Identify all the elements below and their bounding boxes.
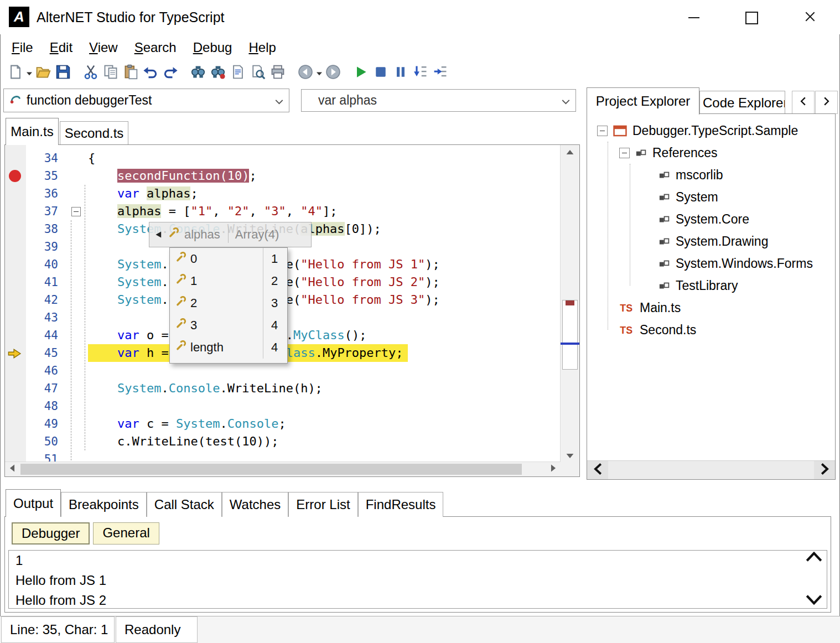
gutter-breakpoint-cell[interactable]	[5, 291, 26, 309]
panel-tab-scroll-right-button[interactable]	[815, 91, 838, 114]
pause-button[interactable]	[391, 63, 411, 83]
gutter-breakpoint-cell[interactable]	[5, 167, 26, 185]
nav-caret[interactable]	[315, 63, 323, 83]
menu-edit[interactable]: Edit	[42, 38, 81, 58]
tab-output[interactable]: Output	[6, 489, 61, 517]
panel-horizontal-scrollbar[interactable]	[587, 460, 835, 479]
find-button[interactable]	[188, 63, 208, 83]
editor-vertical-scrollbar[interactable]	[560, 145, 579, 463]
copy-button[interactable]	[101, 63, 121, 83]
tab-code-explorer[interactable]: Code Explorer	[699, 91, 785, 115]
gutter-breakpoint-cell[interactable]	[5, 326, 26, 344]
code-line[interactable]: 35 secondFunction(10);	[5, 167, 561, 185]
scroll-up-button[interactable]	[561, 145, 579, 159]
gutter-breakpoint-cell[interactable]	[5, 362, 26, 380]
output-scroll-up-button[interactable]	[806, 552, 822, 564]
watch-row[interactable]: 23	[170, 292, 287, 314]
scroll-right-button[interactable]	[546, 462, 561, 476]
undo-button[interactable]	[141, 63, 160, 83]
project-explorer-panel[interactable]: Debugger.TypeScript.SampleReferencesmsco…	[587, 113, 836, 480]
tree-item-testlibrary[interactable]: TestLibrary	[587, 274, 835, 297]
collapse-triangle-icon[interactable]	[155, 227, 163, 242]
tree-item-system-core[interactable]: System.Core	[587, 208, 835, 230]
gutter-breakpoint-cell[interactable]	[5, 238, 26, 256]
scroll-right-button[interactable]	[814, 461, 835, 479]
chevron-down-icon[interactable]	[275, 93, 283, 108]
scroll-left-button[interactable]	[587, 461, 608, 479]
close-button[interactable]	[795, 4, 826, 31]
watch-row[interactable]: 34	[170, 314, 287, 336]
horizontal-scrollbar-thumb[interactable]	[20, 464, 522, 475]
gutter-breakpoint-cell[interactable]	[5, 256, 26, 273]
break-button[interactable]	[371, 63, 391, 83]
minimize-button[interactable]	[678, 4, 709, 31]
code-line[interactable]: 36 var alphas;	[5, 185, 561, 203]
new-file-button[interactable]	[6, 63, 25, 83]
output-console[interactable]: 1Hello from JS 1Hello from JS 2	[8, 550, 827, 609]
tree-item-system-drawing[interactable]: System.Drawing	[587, 230, 835, 252]
watch-row[interactable]: 12	[170, 270, 287, 292]
menu-help[interactable]: Help	[240, 38, 284, 58]
save-button[interactable]	[53, 63, 73, 83]
tree-item-system-windows-forms[interactable]: System.Windows.Forms	[587, 252, 835, 274]
gutter-breakpoint-cell[interactable]	[5, 415, 26, 433]
code-line[interactable]: 47 System.Console.WriteLine(h);	[5, 380, 561, 397]
tab-main-ts[interactable]: Main.ts	[6, 118, 59, 145]
fold-collapse-icon[interactable]	[71, 207, 81, 216]
subtab-general[interactable]: General	[93, 522, 159, 545]
collapse-expander[interactable]	[619, 148, 630, 158]
tree-item-main-ts[interactable]: TSMain.ts	[587, 297, 835, 319]
tree-item-debugger-typescript-sample[interactable]: Debugger.TypeScript.Sample	[587, 120, 835, 142]
gutter-breakpoint-cell[interactable]	[5, 397, 26, 415]
editor-horizontal-scrollbar[interactable]	[5, 461, 561, 476]
gutter-breakpoint-cell[interactable]	[5, 344, 26, 362]
scroll-down-button[interactable]	[561, 449, 579, 463]
tab-second-ts[interactable]: Second.ts	[60, 121, 128, 145]
project-tree[interactable]: Debugger.TypeScript.SampleReferencesmsco…	[587, 120, 835, 341]
open-file-button[interactable]	[33, 63, 53, 83]
nav-back-button[interactable]	[295, 63, 315, 83]
step-into-button[interactable]	[411, 63, 431, 83]
menu-debug[interactable]: Debug	[185, 38, 241, 58]
subtab-debugger[interactable]: Debugger	[12, 522, 90, 545]
scroll-left-button[interactable]	[5, 462, 19, 476]
nav-forward-button[interactable]	[323, 63, 343, 83]
print-preview-button[interactable]	[248, 63, 268, 83]
tree-item-references[interactable]: References	[587, 142, 835, 164]
paste-button[interactable]	[121, 63, 141, 83]
print-button[interactable]	[268, 63, 288, 83]
vertical-scrollbar-thumb[interactable]	[562, 300, 578, 370]
debug-tooltip-header[interactable]: alphas Array(4)	[149, 222, 312, 247]
code-line[interactable]: 37 alphas = ["1", "2", "3", "4"];	[5, 203, 561, 220]
function-dropdown[interactable]: function debuggerTest	[3, 89, 289, 112]
code-page-button[interactable]	[228, 63, 248, 83]
gutter-breakpoint-cell[interactable]	[5, 433, 26, 450]
new-caret[interactable]	[25, 63, 33, 83]
gutter-fold-cell[interactable]	[65, 149, 88, 167]
tab-project-explorer[interactable]: Project Explorer	[587, 87, 699, 115]
tab-call-stack[interactable]: Call Stack	[147, 492, 222, 517]
code-line[interactable]: 46	[5, 362, 561, 380]
watch-row[interactable]: 01	[170, 248, 287, 270]
watch-row[interactable]: length4	[170, 336, 287, 359]
code-line[interactable]: 49 var c = System.Console;	[5, 415, 561, 433]
gutter-breakpoint-cell[interactable]	[5, 203, 26, 220]
gutter-breakpoint-cell[interactable]	[5, 273, 26, 291]
collapse-expander[interactable]	[597, 126, 608, 136]
maximize-button[interactable]	[736, 4, 767, 31]
tab-watches[interactable]: Watches	[222, 492, 288, 517]
menu-view[interactable]: View	[81, 38, 126, 58]
code-line[interactable]: 48	[5, 397, 561, 415]
gutter-breakpoint-cell[interactable]	[5, 149, 26, 167]
tab-error-list[interactable]: Error List	[288, 492, 357, 517]
search-combobox[interactable]: var alphas	[301, 89, 576, 112]
gutter-breakpoint-cell[interactable]	[5, 185, 26, 203]
panel-tab-scroll-left-button[interactable]	[792, 91, 815, 114]
step-out-button[interactable]	[431, 63, 450, 83]
code-editor[interactable]: 34{35 secondFunction(10);36 var alphas;3…	[4, 144, 580, 477]
tree-item-system[interactable]: System	[587, 186, 835, 208]
menu-search[interactable]: Search	[126, 38, 185, 58]
run-button[interactable]	[351, 63, 371, 83]
tree-item-second-ts[interactable]: TSSecond.ts	[587, 319, 835, 341]
tab-breakpoints[interactable]: Breakpoints	[61, 492, 147, 517]
